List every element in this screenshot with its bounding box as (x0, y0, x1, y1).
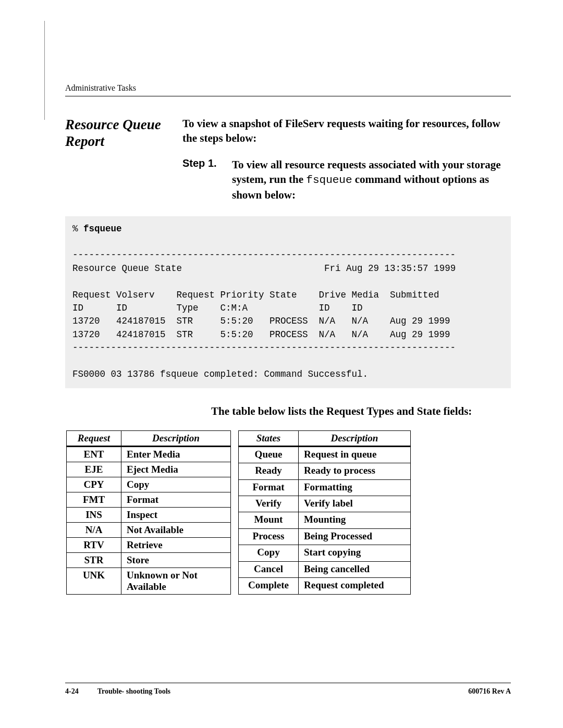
request-key: UNK (67, 567, 121, 594)
terminal-hdr2: ID ID Type C:M:A ID ID (72, 303, 363, 313)
table-row: CopyStart copying (239, 545, 411, 561)
table-row: STRStore (67, 552, 231, 567)
state-key: Verify (239, 496, 299, 512)
state-desc: Mounting (299, 512, 411, 528)
request-desc: Eject Media (121, 462, 231, 477)
head-rule (65, 96, 511, 96)
table-row: UNKUnknown or Not Available (67, 567, 231, 594)
intro-col: To view a snapshot of FileServ requests … (182, 116, 511, 203)
table-row: ENTEnter Media (67, 446, 231, 462)
states-tbody: QueueRequest in queueReadyReady to proce… (239, 446, 411, 594)
state-key: Cancel (239, 561, 299, 577)
page-footer: 4-24 Trouble- shooting Tools 600716 Rev … (65, 683, 511, 696)
state-key: Complete (239, 578, 299, 595)
request-header-0: Request (67, 430, 121, 446)
terminal-row2: 13720 424187015 STR 5:5:20 PROCESS N/A N… (72, 329, 450, 340)
state-desc: Request in queue (299, 446, 411, 463)
table-row: VerifyVerify label (239, 496, 411, 512)
request-key: RTV (67, 537, 121, 552)
request-header-1: Description (121, 430, 231, 446)
footer-chapter: Trouble- shooting Tools (97, 687, 170, 696)
request-desc: Retrieve (121, 537, 231, 552)
terminal-footer-msg: FS0000 03 13786 fsqueue completed: Comma… (72, 369, 368, 379)
table-caption: The table below lists the Request Types … (211, 404, 511, 418)
terminal-row1: 13720 424187015 STR 5:5:20 PROCESS N/A N… (72, 316, 450, 326)
table-row: FMTFormat (67, 492, 231, 507)
states-header-1: Description (299, 430, 411, 446)
request-desc: Format (121, 492, 231, 507)
state-key: Copy (239, 545, 299, 561)
request-desc: Store (121, 552, 231, 567)
state-key: Ready (239, 463, 299, 479)
request-key: CPY (67, 477, 121, 492)
request-key: FMT (67, 492, 121, 507)
intro-text: To view a snapshot of FileServ requests … (182, 116, 511, 146)
state-key: Process (239, 528, 299, 545)
state-desc: Formatting (299, 479, 411, 496)
request-desc: Enter Media (121, 446, 231, 462)
state-desc: Verify label (299, 496, 411, 512)
table-row: RTVRetrieve (67, 537, 231, 552)
states-table: States Description QueueRequest in queue… (238, 430, 411, 595)
table-row: ReadyReady to process (239, 463, 411, 479)
footer-page-number: 4-24 (65, 687, 79, 696)
step-label: Step 1. (182, 157, 232, 203)
table-row: CPYCopy (67, 477, 231, 492)
table-row: N/ANot Available (67, 522, 231, 537)
table-row: EJEEject Media (67, 462, 231, 477)
table-row: CompleteRequest completed (239, 578, 411, 595)
step-text: To view all resource requests associated… (232, 157, 511, 203)
page: Administrative Tasks Resource Queue Repo… (0, 0, 563, 728)
terminal-state-time: Fri Aug 29 13:35:57 1999 (324, 263, 456, 274)
request-tbody: ENTEnter MediaEJEEject MediaCPYCopyFMTFo… (67, 446, 231, 594)
margin-rule (44, 21, 45, 120)
request-type-table: Request Description ENTEnter MediaEJEEje… (66, 430, 231, 595)
request-key: STR (67, 552, 121, 567)
table-row: QueueRequest in queue (239, 446, 411, 463)
footer-left: 4-24 Trouble- shooting Tools (65, 687, 170, 696)
terminal-command: fsqueue (83, 224, 122, 234)
terminal-state-title: Resource Queue State (72, 263, 182, 274)
terminal-prompt: % (72, 224, 83, 234)
state-desc: Ready to process (299, 463, 411, 479)
states-header-0: States (239, 430, 299, 446)
request-desc: Unknown or Not Available (121, 567, 231, 594)
table-row: MountMounting (239, 512, 411, 528)
request-key: EJE (67, 462, 121, 477)
request-key: INS (67, 507, 121, 522)
step-row: Step 1. To view all resource requests as… (182, 157, 511, 203)
step-cmd: fsqueue (306, 174, 352, 186)
table-row: INSInspect (67, 507, 231, 522)
terminal-divider-top: ----------------------------------------… (72, 250, 456, 260)
terminal-block: % fsqueue ------------------------------… (65, 216, 511, 389)
state-key: Mount (239, 512, 299, 528)
table-row: ProcessBeing Processed (239, 528, 411, 545)
section-title: Resource Queue Report (65, 116, 167, 150)
request-key: ENT (67, 446, 121, 462)
state-desc: Start copying (299, 545, 411, 561)
request-desc: Inspect (121, 507, 231, 522)
request-desc: Not Available (121, 522, 231, 537)
terminal-divider-bottom: ----------------------------------------… (72, 342, 456, 353)
footer-doc-rev: 600716 Rev A (468, 687, 511, 696)
state-desc: Request completed (299, 578, 411, 595)
table-row: FormatFormatting (239, 479, 411, 496)
state-desc: Being Processed (299, 528, 411, 545)
request-key: N/A (67, 522, 121, 537)
title-intro-row: Resource Queue Report To view a snapshot… (65, 116, 511, 203)
tables-wrapper: Request Description ENTEnter MediaEJEEje… (66, 430, 511, 595)
table-row: CancelBeing cancelled (239, 561, 411, 577)
running-head: Administrative Tasks (65, 83, 511, 93)
terminal-hdr1: Request Volserv Request Priority State D… (72, 290, 439, 300)
state-desc: Being cancelled (299, 561, 411, 577)
state-key: Format (239, 479, 299, 496)
state-key: Queue (239, 446, 299, 463)
request-desc: Copy (121, 477, 231, 492)
